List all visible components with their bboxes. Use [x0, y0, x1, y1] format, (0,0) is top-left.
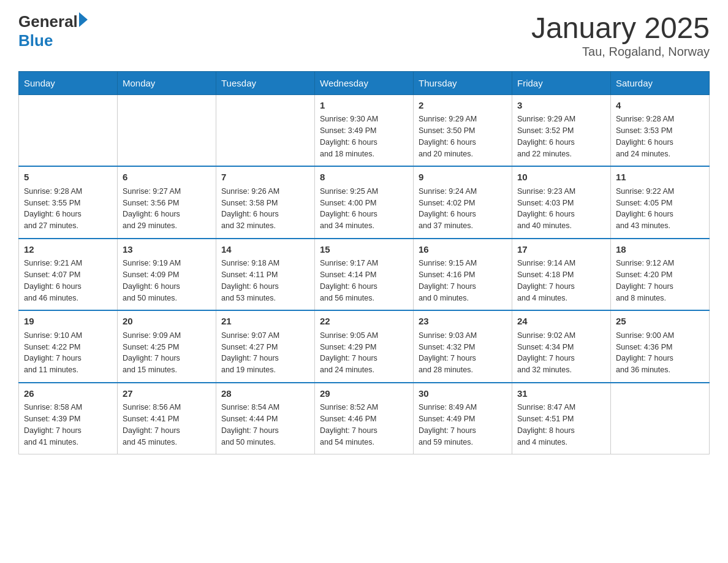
- day-info: Sunrise: 9:12 AM Sunset: 4:20 PM Dayligh…: [616, 258, 704, 304]
- day-info: Sunrise: 8:49 AM Sunset: 4:49 PM Dayligh…: [419, 402, 507, 448]
- calendar-table: SundayMondayTuesdayWednesdayThursdayFrid…: [18, 71, 710, 455]
- table-row: 2Sunrise: 9:29 AM Sunset: 3:50 PM Daylig…: [414, 94, 512, 166]
- table-row: 24Sunrise: 9:02 AM Sunset: 4:34 PM Dayli…: [512, 310, 611, 383]
- logo-blue-text: Blue: [18, 31, 53, 50]
- logo: General Blue: [18, 12, 88, 50]
- day-of-week-header: Thursday: [414, 71, 512, 94]
- day-info: Sunrise: 9:17 AM Sunset: 4:14 PM Dayligh…: [320, 258, 408, 304]
- day-number: 6: [123, 170, 211, 185]
- day-of-week-header: Wednesday: [315, 71, 414, 94]
- calendar-week-row: 5Sunrise: 9:28 AM Sunset: 3:55 PM Daylig…: [19, 166, 710, 239]
- day-info: Sunrise: 9:18 AM Sunset: 4:11 PM Dayligh…: [221, 258, 309, 304]
- day-number: 10: [517, 170, 605, 185]
- day-number: 20: [123, 315, 211, 329]
- day-number: 16: [419, 243, 507, 257]
- day-number: 14: [221, 243, 309, 257]
- table-row: 30Sunrise: 8:49 AM Sunset: 4:49 PM Dayli…: [414, 383, 512, 454]
- day-number: 15: [320, 243, 408, 257]
- table-row: 20Sunrise: 9:09 AM Sunset: 4:25 PM Dayli…: [118, 310, 216, 383]
- day-number: 5: [24, 170, 112, 185]
- day-info: Sunrise: 9:02 AM Sunset: 4:34 PM Dayligh…: [517, 330, 605, 376]
- table-row: 8Sunrise: 9:25 AM Sunset: 4:00 PM Daylig…: [315, 166, 414, 239]
- day-header-row: SundayMondayTuesdayWednesdayThursdayFrid…: [19, 71, 710, 94]
- day-number: 12: [24, 243, 112, 257]
- page-header: General Blue January 2025 Tau, Rogaland,…: [18, 12, 710, 59]
- day-info: Sunrise: 8:47 AM Sunset: 4:51 PM Dayligh…: [517, 402, 605, 448]
- table-row: 3Sunrise: 9:29 AM Sunset: 3:52 PM Daylig…: [512, 94, 611, 166]
- table-row: 9Sunrise: 9:24 AM Sunset: 4:02 PM Daylig…: [414, 166, 512, 239]
- day-number: 9: [419, 170, 507, 185]
- table-row: 21Sunrise: 9:07 AM Sunset: 4:27 PM Dayli…: [216, 310, 315, 383]
- day-info: Sunrise: 8:56 AM Sunset: 4:41 PM Dayligh…: [123, 402, 211, 448]
- table-row: [118, 94, 216, 166]
- table-row: 15Sunrise: 9:17 AM Sunset: 4:14 PM Dayli…: [315, 239, 414, 311]
- day-info: Sunrise: 9:07 AM Sunset: 4:27 PM Dayligh…: [221, 330, 309, 376]
- day-number: 13: [123, 243, 211, 257]
- day-info: Sunrise: 9:21 AM Sunset: 4:07 PM Dayligh…: [24, 258, 112, 304]
- day-number: 23: [419, 315, 507, 329]
- table-row: 11Sunrise: 9:22 AM Sunset: 4:05 PM Dayli…: [611, 166, 710, 239]
- day-number: 11: [616, 170, 704, 185]
- month-title: January 2025: [531, 12, 710, 45]
- table-row: [611, 383, 710, 454]
- day-info: Sunrise: 8:52 AM Sunset: 4:46 PM Dayligh…: [320, 402, 408, 448]
- day-info: Sunrise: 9:09 AM Sunset: 4:25 PM Dayligh…: [123, 330, 211, 376]
- table-row: 19Sunrise: 9:10 AM Sunset: 4:22 PM Dayli…: [19, 310, 118, 383]
- table-row: 22Sunrise: 9:05 AM Sunset: 4:29 PM Dayli…: [315, 310, 414, 383]
- day-info: Sunrise: 9:03 AM Sunset: 4:32 PM Dayligh…: [419, 330, 507, 376]
- table-row: 25Sunrise: 9:00 AM Sunset: 4:36 PM Dayli…: [611, 310, 710, 383]
- calendar-week-row: 19Sunrise: 9:10 AM Sunset: 4:22 PM Dayli…: [19, 310, 710, 383]
- day-info: Sunrise: 9:14 AM Sunset: 4:18 PM Dayligh…: [517, 258, 605, 304]
- day-number: 25: [616, 315, 704, 329]
- day-of-week-header: Tuesday: [216, 71, 315, 94]
- location-subtitle: Tau, Rogaland, Norway: [531, 45, 710, 59]
- day-info: Sunrise: 9:10 AM Sunset: 4:22 PM Dayligh…: [24, 330, 112, 376]
- day-info: Sunrise: 9:30 AM Sunset: 3:49 PM Dayligh…: [320, 113, 408, 159]
- table-row: 17Sunrise: 9:14 AM Sunset: 4:18 PM Dayli…: [512, 239, 611, 311]
- table-row: 14Sunrise: 9:18 AM Sunset: 4:11 PM Dayli…: [216, 239, 315, 311]
- day-number: 22: [320, 315, 408, 329]
- calendar-week-row: 26Sunrise: 8:58 AM Sunset: 4:39 PM Dayli…: [19, 383, 710, 454]
- table-row: [19, 94, 118, 166]
- table-row: 26Sunrise: 8:58 AM Sunset: 4:39 PM Dayli…: [19, 383, 118, 454]
- day-info: Sunrise: 9:29 AM Sunset: 3:50 PM Dayligh…: [419, 113, 507, 159]
- day-info: Sunrise: 9:15 AM Sunset: 4:16 PM Dayligh…: [419, 258, 507, 304]
- calendar-body: 1Sunrise: 9:30 AM Sunset: 3:49 PM Daylig…: [19, 94, 710, 454]
- table-row: 23Sunrise: 9:03 AM Sunset: 4:32 PM Dayli…: [414, 310, 512, 383]
- day-info: Sunrise: 9:19 AM Sunset: 4:09 PM Dayligh…: [123, 258, 211, 304]
- table-row: 6Sunrise: 9:27 AM Sunset: 3:56 PM Daylig…: [118, 166, 216, 239]
- day-number: 7: [221, 170, 309, 185]
- table-row: 10Sunrise: 9:23 AM Sunset: 4:03 PM Dayli…: [512, 166, 611, 239]
- day-number: 3: [517, 99, 605, 113]
- table-row: 27Sunrise: 8:56 AM Sunset: 4:41 PM Dayli…: [118, 383, 216, 454]
- day-info: Sunrise: 9:27 AM Sunset: 3:56 PM Dayligh…: [123, 186, 211, 232]
- day-info: Sunrise: 9:24 AM Sunset: 4:02 PM Dayligh…: [419, 186, 507, 232]
- day-info: Sunrise: 9:25 AM Sunset: 4:00 PM Dayligh…: [320, 186, 408, 232]
- day-info: Sunrise: 9:29 AM Sunset: 3:52 PM Dayligh…: [517, 113, 605, 159]
- day-number: 19: [24, 315, 112, 329]
- table-row: 7Sunrise: 9:26 AM Sunset: 3:58 PM Daylig…: [216, 166, 315, 239]
- table-row: 29Sunrise: 8:52 AM Sunset: 4:46 PM Dayli…: [315, 383, 414, 454]
- table-row: 4Sunrise: 9:28 AM Sunset: 3:53 PM Daylig…: [611, 94, 710, 166]
- table-row: [216, 94, 315, 166]
- day-info: Sunrise: 9:00 AM Sunset: 4:36 PM Dayligh…: [616, 330, 704, 376]
- day-of-week-header: Friday: [512, 71, 611, 94]
- logo-arrow-icon: [79, 12, 88, 27]
- day-number: 24: [517, 315, 605, 329]
- calendar-week-row: 12Sunrise: 9:21 AM Sunset: 4:07 PM Dayli…: [19, 239, 710, 311]
- table-row: 1Sunrise: 9:30 AM Sunset: 3:49 PM Daylig…: [315, 94, 414, 166]
- day-number: 27: [123, 387, 211, 401]
- logo-general-text: General: [18, 12, 78, 31]
- table-row: 28Sunrise: 8:54 AM Sunset: 4:44 PM Dayli…: [216, 383, 315, 454]
- table-row: 16Sunrise: 9:15 AM Sunset: 4:16 PM Dayli…: [414, 239, 512, 311]
- day-number: 2: [419, 99, 507, 113]
- day-info: Sunrise: 9:28 AM Sunset: 3:53 PM Dayligh…: [616, 113, 704, 159]
- day-number: 21: [221, 315, 309, 329]
- day-of-week-header: Monday: [118, 71, 216, 94]
- day-number: 1: [320, 99, 408, 113]
- day-number: 18: [616, 243, 704, 257]
- table-row: 12Sunrise: 9:21 AM Sunset: 4:07 PM Dayli…: [19, 239, 118, 311]
- day-info: Sunrise: 9:26 AM Sunset: 3:58 PM Dayligh…: [221, 186, 309, 232]
- day-info: Sunrise: 9:28 AM Sunset: 3:55 PM Dayligh…: [24, 186, 112, 232]
- calendar-week-row: 1Sunrise: 9:30 AM Sunset: 3:49 PM Daylig…: [19, 94, 710, 166]
